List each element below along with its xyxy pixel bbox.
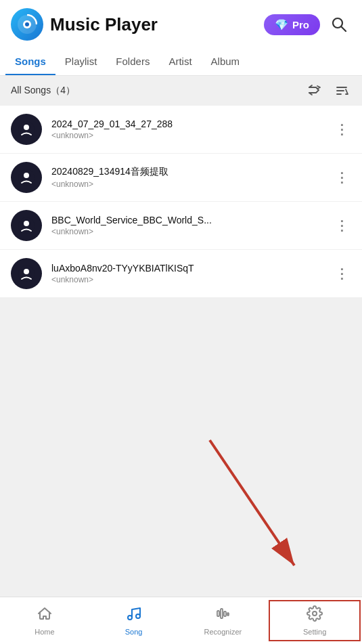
song-menu-button[interactable]: ⋮ <box>331 119 351 139</box>
svg-rect-21 <box>221 609 223 618</box>
pro-label: Pro <box>292 19 309 30</box>
song-artist: <unknown> <box>51 131 321 140</box>
song-item[interactable]: luAxboA8nv20-TYyYKBIATlKISqT <unknown> ⋮ <box>0 250 362 298</box>
svg-point-9 <box>24 125 29 130</box>
nav-tabs: Songs Playlist Folders Artist Album <box>0 49 362 76</box>
diamond-icon: 💎 <box>275 18 288 31</box>
svg-line-4 <box>342 27 346 32</box>
song-title: 2024_07_29_01_34_27_288 <box>51 119 321 129</box>
songs-list: 2024_07_29_01_34_27_288 <unknown> ⋮ 2024… <box>0 106 362 298</box>
nav-recognizer[interactable]: Recognizer <box>179 601 268 640</box>
tab-album[interactable]: Album <box>202 49 250 75</box>
nav-setting[interactable]: Setting <box>269 600 361 641</box>
song-thumbnail <box>11 162 42 193</box>
svg-rect-22 <box>224 611 226 616</box>
app-title: Music Player <box>50 14 158 35</box>
song-menu-button[interactable]: ⋮ <box>331 167 351 188</box>
tab-artist[interactable]: Artist <box>159 49 201 75</box>
svg-point-19 <box>136 614 140 618</box>
shuffle-button[interactable] <box>305 81 324 100</box>
song-info: 20240829_134914音频提取 <unknown> <box>51 166 321 189</box>
svg-point-24 <box>313 611 317 616</box>
song-title: BBC_World_Service_BBC_World_S... <box>51 215 321 226</box>
song-info: 2024_07_29_01_34_27_288 <unknown> <box>51 119 321 140</box>
song-thumbnail <box>11 114 42 145</box>
nav-setting-label: Setting <box>303 628 326 636</box>
sort-button[interactable] <box>332 81 351 100</box>
song-item[interactable]: 2024_07_29_01_34_27_288 <unknown> ⋮ <box>0 106 362 154</box>
song-info: luAxboA8nv20-TYyYKBIATlKISqT <unknown> <box>51 263 321 284</box>
tab-playlist[interactable]: Playlist <box>55 49 107 75</box>
song-artist: <unknown> <box>51 179 321 189</box>
song-menu-button[interactable]: ⋮ <box>331 263 351 284</box>
song-menu-button[interactable]: ⋮ <box>331 215 351 236</box>
nav-song[interactable]: Song <box>89 601 179 640</box>
song-thumbnail <box>11 210 42 241</box>
nav-home[interactable]: Home <box>0 601 89 640</box>
svg-point-13 <box>24 221 29 226</box>
song-info: BBC_World_Service_BBC_World_S... <unknow… <box>51 215 321 236</box>
svg-point-15 <box>24 269 29 274</box>
song-artist: <unknown> <box>51 275 321 284</box>
svg-rect-23 <box>227 613 229 616</box>
svg-rect-20 <box>217 611 219 616</box>
tab-folders[interactable]: Folders <box>106 49 159 75</box>
svg-point-11 <box>24 173 29 178</box>
song-item[interactable]: 20240829_134914音频提取 <unknown> ⋮ <box>0 154 362 202</box>
setting-icon <box>307 605 323 626</box>
nav-song-label: Song <box>125 628 143 636</box>
song-artist: <unknown> <box>51 227 321 236</box>
pro-badge[interactable]: 💎 Pro <box>264 14 320 35</box>
song-item[interactable]: BBC_World_Service_BBC_World_S... <unknow… <box>0 202 362 250</box>
app-header: Music Player 💎 Pro <box>0 0 362 49</box>
song-title: 20240829_134914音频提取 <box>51 166 321 178</box>
home-icon <box>37 605 53 626</box>
nav-recognizer-label: Recognizer <box>204 628 242 636</box>
app-logo <box>11 8 43 41</box>
search-button[interactable] <box>327 12 351 37</box>
bottom-nav: Home Song Recognizer <box>0 597 362 644</box>
svg-point-2 <box>25 22 29 26</box>
song-thumbnail <box>11 258 42 289</box>
tab-songs[interactable]: Songs <box>5 49 55 75</box>
header-left: Music Player <box>11 8 158 41</box>
svg-point-18 <box>128 616 132 620</box>
songs-actions <box>305 81 351 100</box>
song-title: luAxboA8nv20-TYyYKBIATlKISqT <box>51 263 321 274</box>
recognizer-icon <box>214 605 231 626</box>
song-icon <box>126 605 142 626</box>
nav-home-label: Home <box>35 628 54 636</box>
songs-count: All Songs（4） <box>11 85 75 97</box>
songs-header: All Songs（4） <box>0 76 362 106</box>
content-area <box>0 298 362 644</box>
